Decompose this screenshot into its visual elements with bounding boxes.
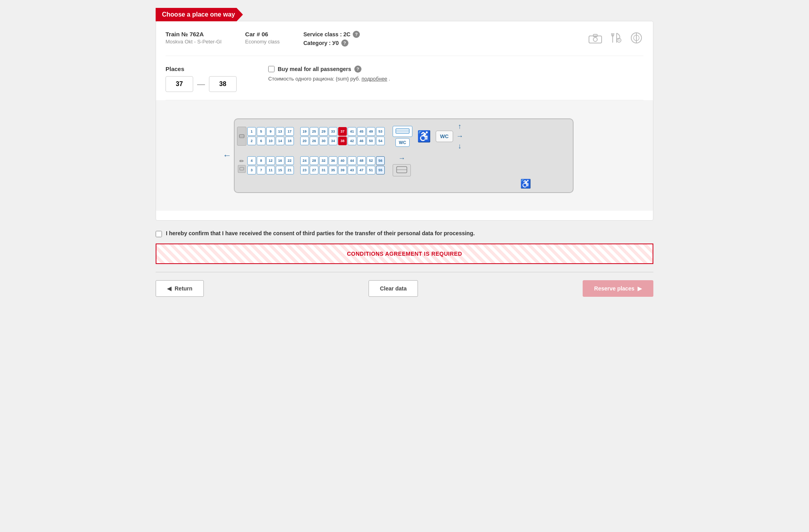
car-number: Car # 06 (245, 31, 280, 37)
clear-label: Clear data (380, 285, 407, 292)
seat-group-1: 1 5 9 13 17 2 6 10 14 (247, 127, 294, 145)
divider (156, 272, 653, 272)
seat-39[interactable]: 39 (338, 166, 347, 174)
seat-10[interactable]: 10 (266, 137, 275, 145)
places-section: Places — Buy meal for all passengers ? С… (166, 56, 643, 100)
plate-icon (629, 31, 643, 48)
seat-14[interactable]: 14 (276, 137, 284, 145)
place-to-input[interactable] (209, 76, 237, 92)
seat-21[interactable]: 21 (285, 166, 294, 174)
seat-46[interactable]: 46 (357, 137, 366, 145)
seat-18[interactable]: 18 (285, 137, 294, 145)
seat-5[interactable]: 5 (257, 127, 265, 136)
main-card: Train № 762A Moskva Okt - S-Peter-Gl Car… (156, 21, 653, 221)
seat-8[interactable]: 8 (257, 156, 265, 165)
seat-25[interactable]: 25 (310, 127, 318, 136)
seat-20[interactable]: 20 (300, 137, 309, 145)
seat-1[interactable]: 1 (247, 127, 256, 136)
reserve-button[interactable]: Reserve places ▶ (583, 280, 653, 297)
seat-50[interactable]: 50 (367, 137, 375, 145)
seat-56[interactable]: 56 (376, 156, 385, 165)
meal-period: . (389, 76, 390, 82)
seat-23[interactable]: 23 (300, 166, 309, 174)
seat-37[interactable]: 37 (338, 127, 347, 136)
bunk-icon (393, 126, 412, 137)
seat-24[interactable]: 24 (300, 156, 309, 165)
seat-40[interactable]: 40 (338, 156, 347, 165)
service-class-block: Service class : 2C ? Category : У0 ? (303, 31, 360, 47)
return-button[interactable]: ◀ Return (156, 280, 204, 297)
seat-52[interactable]: 52 (367, 156, 375, 165)
seat-2[interactable]: 2 (247, 137, 256, 145)
meal-detail-link[interactable]: подробнее (361, 76, 387, 82)
scroll-up-arrow[interactable]: ↑ (458, 122, 461, 131)
seat-49[interactable]: 49 (367, 127, 375, 136)
scroll-right-arrow[interactable]: → (456, 132, 463, 140)
clear-button[interactable]: Clear data (369, 280, 418, 297)
seat-31[interactable]: 31 (319, 166, 328, 174)
page-banner: Choose a place one way (156, 8, 243, 21)
meal-info-icon[interactable]: ? (354, 66, 361, 73)
scroll-down-arrow[interactable]: ↓ (458, 142, 461, 150)
seat-34[interactable]: 34 (329, 137, 337, 145)
seat-36[interactable]: 36 (329, 156, 337, 165)
seat-48[interactable]: 48 (357, 156, 366, 165)
seat-51[interactable]: 51 (367, 166, 375, 174)
error-text: CONDITIONS AGREEMENT IS REQUIRED (347, 251, 462, 257)
seat-group-2: 19 25 29 33 37 41 45 49 53 (300, 127, 385, 145)
disabled-icon-lower: ♿ (520, 179, 531, 189)
food-icon (609, 31, 623, 48)
seat-42[interactable]: 42 (348, 137, 356, 145)
seat-13[interactable]: 13 (276, 127, 284, 136)
seat-44[interactable]: 44 (348, 156, 356, 165)
car-left-arrow[interactable]: ← (223, 150, 231, 161)
seat-54[interactable]: 54 (376, 137, 385, 145)
seat-4[interactable]: 4 (247, 156, 256, 165)
train-info-block: Train № 762A Moskva Okt - S-Peter-Gl (166, 31, 222, 45)
seat-3[interactable]: 3 (247, 166, 256, 174)
seat-map-area: ← 1 (156, 100, 653, 211)
seat-41[interactable]: 41 (348, 127, 356, 136)
seat-11[interactable]: 11 (266, 166, 275, 174)
train-route: Moskva Okt - S-Peter-Gl (166, 39, 222, 45)
meal-label: Buy meal for all passengers (278, 66, 351, 72)
service-class-info-icon[interactable]: ? (353, 31, 360, 38)
seat-27[interactable]: 27 (310, 166, 318, 174)
seat-47[interactable]: 47 (357, 166, 366, 174)
footer-buttons: ◀ Return Clear data Reserve places ▶ (156, 280, 653, 297)
places-label: Places (166, 66, 237, 72)
seat-16[interactable]: 16 (276, 156, 284, 165)
seat-26[interactable]: 26 (310, 137, 318, 145)
seat-19[interactable]: 19 (300, 127, 309, 136)
seat-32[interactable]: 32 (319, 156, 328, 165)
category-label: Category : У0 (303, 40, 339, 46)
error-banner: CONDITIONS AGREEMENT IS REQUIRED (156, 244, 653, 264)
seat-15[interactable]: 15 (276, 166, 284, 174)
lower-seat-group-2: 24 28 32 36 40 44 48 52 56 (300, 156, 385, 174)
seat-45[interactable]: 45 (357, 127, 366, 136)
seat-17[interactable]: 17 (285, 127, 294, 136)
seat-6[interactable]: 6 (257, 137, 265, 145)
seat-33[interactable]: 33 (329, 127, 337, 136)
lower-right-section: → (393, 154, 411, 176)
luggage-rack-upper-left (237, 127, 246, 146)
wc-box-large: WC (436, 131, 453, 142)
seat-29[interactable]: 29 (319, 127, 328, 136)
category-info-icon[interactable]: ? (341, 39, 348, 47)
seat-12[interactable]: 12 (266, 156, 275, 165)
seat-35[interactable]: 35 (329, 166, 337, 174)
seat-9[interactable]: 9 (266, 127, 275, 136)
svg-point-1 (593, 37, 597, 41)
place-from-input[interactable] (166, 76, 193, 92)
seat-53[interactable]: 53 (376, 127, 385, 136)
seat-28[interactable]: 28 (310, 156, 318, 165)
meal-checkbox[interactable] (268, 66, 275, 72)
seat-30[interactable]: 30 (319, 137, 328, 145)
consent-checkbox[interactable] (156, 231, 162, 237)
consent-text: I hereby confirm that I have received th… (166, 230, 475, 236)
seat-22[interactable]: 22 (285, 156, 294, 165)
seat-55[interactable]: 55 (376, 166, 385, 174)
seat-38[interactable]: 38 (338, 137, 347, 145)
seat-7[interactable]: 7 (257, 166, 265, 174)
seat-43[interactable]: 43 (348, 166, 356, 174)
